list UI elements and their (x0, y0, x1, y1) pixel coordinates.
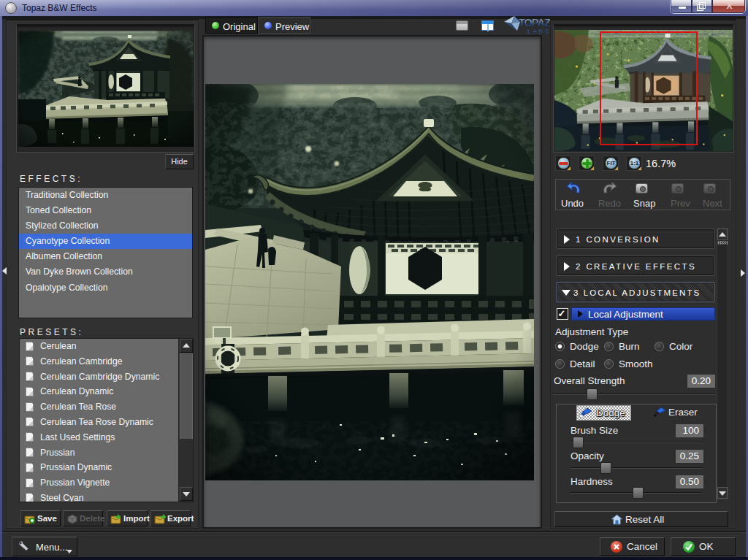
svg-text:TOPAZ: TOPAZ (519, 17, 551, 28)
svg-text:LABS: LABS (527, 28, 550, 35)
